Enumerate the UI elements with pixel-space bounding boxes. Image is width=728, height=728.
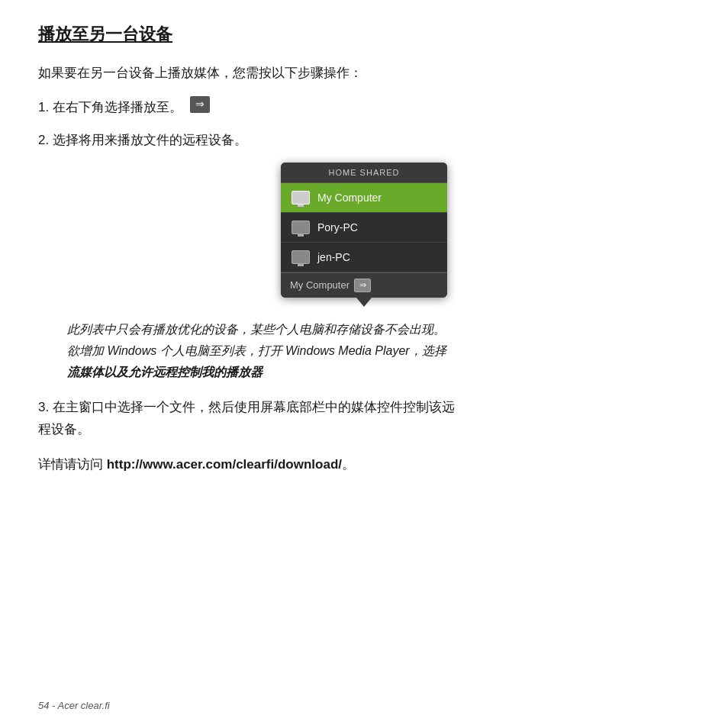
play-to-icon [190, 96, 210, 113]
note-block: 此列表中只会有播放优化的设备，某些个人电脑和存储设备不会出现。 欲增加 Wind… [67, 319, 690, 383]
note-line2: 欲增加 Windows 个人电脑至列表，打开 Windows Media Pla… [67, 344, 446, 357]
footer-suffix: 。 [342, 457, 355, 472]
device-name-my-computer: My Computer [317, 192, 382, 204]
page-title: 播放至另一台设备 [38, 23, 172, 46]
intro-text: 如果要在另一台设备上播放媒体，您需按以下步骤操作： [38, 63, 690, 85]
computer-icon-1 [292, 191, 310, 205]
device-name-pory-pc: Pory-PC [317, 221, 358, 234]
device-selector-header-text: HOME SHARED [329, 168, 400, 177]
device-item-my-computer[interactable]: My Computer [281, 183, 447, 213]
step-3: 3. 在主窗口中选择一个文件，然后使用屏幕底部栏中的媒体控件控制该远 程设备。 [38, 397, 690, 441]
step2-text: 2. 选择将用来播放文件的远程设备。 [38, 133, 247, 147]
note-line3: 流媒体以及允许远程控制我的播放器 [67, 366, 263, 378]
page-footer: 54 - Acer clear.fi [38, 700, 110, 711]
device-selector: HOME SHARED My Computer Pory-PC jen-PC M… [281, 163, 447, 298]
device-name-jen-pc: jen-PC [317, 251, 350, 263]
footer-link-line: 详情请访问 http://www.acer.com/clearfi/downlo… [38, 454, 690, 476]
device-item-pory-pc[interactable]: Pory-PC [281, 213, 447, 243]
dropdown-pointer [356, 298, 372, 307]
footer-prefix: 详情请访问 [38, 457, 107, 472]
clearfi-link[interactable]: http://www.acer.com/clearfi/download/ [107, 457, 342, 472]
step3-line2: 程设备。 [38, 422, 90, 436]
step3-line1: 3. 在主窗口中选择一个文件，然后使用屏幕底部栏中的媒体控件控制该远 [38, 400, 455, 414]
device-selector-header: HOME SHARED [281, 163, 447, 183]
computer-icon-2 [292, 221, 310, 234]
note-line1: 此列表中只会有播放优化的设备，某些个人电脑和存储设备不会出现。 [67, 323, 446, 336]
step-1: 1. 在右下角选择播放至。 [38, 97, 690, 119]
device-selector-container: HOME SHARED My Computer Pory-PC jen-PC M… [38, 163, 690, 307]
device-item-jen-pc[interactable]: jen-PC [281, 243, 447, 272]
footer-play-to-icon [354, 279, 371, 292]
step1-text: 1. 在右下角选择播放至。 [38, 97, 182, 119]
page-footer-text: 54 - Acer clear.fi [38, 700, 110, 711]
computer-icon-3 [292, 250, 310, 264]
step-2: 2. 选择将用来播放文件的远程设备。 [38, 130, 690, 152]
footer-device-name: My Computer [290, 279, 350, 291]
device-selector-footer: My Computer [281, 272, 447, 298]
